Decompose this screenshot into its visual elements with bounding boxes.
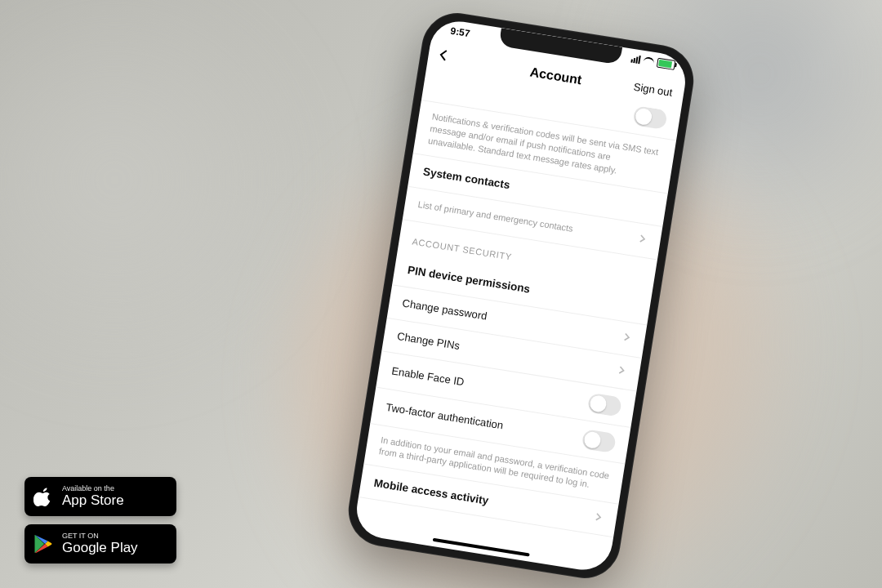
store-badges: Available on the App Store GET IT ON Goo… — [24, 477, 176, 564]
sign-out-button[interactable]: Sign out — [633, 81, 673, 99]
apple-icon — [33, 486, 54, 507]
battery-icon — [657, 58, 676, 70]
toggle-off[interactable] — [581, 429, 617, 453]
row-label: System contacts — [422, 166, 510, 192]
row-label: Change PINs — [396, 330, 461, 352]
badge-large-text: Google Play — [62, 541, 138, 555]
bg-blob — [0, 0, 327, 392]
badge-text: GET IT ON Google Play — [62, 532, 138, 555]
scene-background: 9:57 Account Sign out — [0, 0, 882, 588]
page-title: Account — [529, 65, 583, 87]
chevron-right-icon — [638, 233, 648, 247]
app-store-badge[interactable]: Available on the App Store — [24, 477, 176, 516]
badge-small-text: Available on the — [62, 485, 124, 492]
badge-large-text: App Store — [62, 493, 124, 508]
row-label: Enable Face ID — [391, 364, 466, 388]
back-button[interactable] — [435, 47, 456, 68]
status-time: 9:57 — [450, 25, 471, 40]
wifi-icon — [643, 56, 654, 66]
badge-small-text: GET IT ON — [62, 532, 138, 540]
badge-text: Available on the App Store — [62, 485, 124, 507]
cellular-icon — [630, 55, 640, 65]
chevron-right-icon — [594, 511, 604, 524]
chevron-left-icon — [436, 47, 451, 62]
row-label: Change password — [402, 297, 488, 323]
row-label: Mobile access activity — [373, 476, 489, 506]
status-icons — [630, 54, 675, 70]
chevron-right-icon — [617, 365, 627, 378]
google-play-badge[interactable]: GET IT ON Google Play — [24, 524, 176, 564]
chevron-right-icon — [622, 332, 632, 345]
google-play-icon — [33, 533, 54, 555]
toggle-off[interactable] — [587, 392, 622, 416]
row-label: Two-factor authentication — [385, 401, 504, 432]
toggle-off[interactable] — [632, 105, 667, 130]
